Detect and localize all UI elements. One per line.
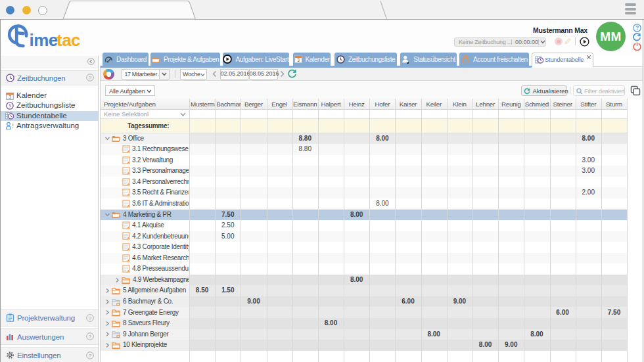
svg-text:3: 3 [297, 58, 300, 62]
svg-text:?: ? [89, 334, 92, 340]
svg-text:?: ? [89, 75, 92, 81]
svg-text:ime: ime [30, 30, 58, 49]
svg-text:3: 3 [9, 94, 11, 99]
svg-text:tac: tac [57, 30, 80, 49]
svg-text:?: ? [635, 24, 639, 31]
svg-text:?: ? [89, 353, 92, 359]
svg-text:?: ? [89, 315, 92, 321]
